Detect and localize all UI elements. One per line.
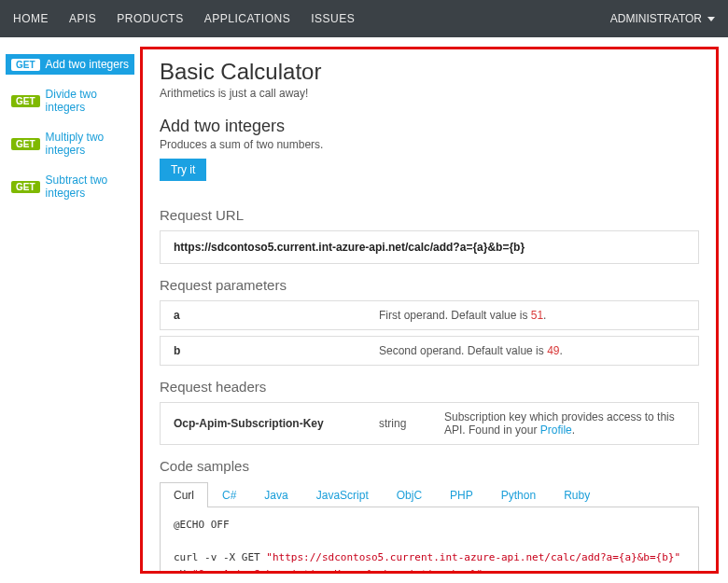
nav-apis[interactable]: APIS: [69, 12, 96, 25]
param-row-b: b Second operand. Default value is 49.: [160, 336, 699, 366]
header-desc: Subscription key which provides access t…: [444, 410, 685, 437]
try-it-button[interactable]: Try it: [160, 159, 206, 181]
sidebar-item-add[interactable]: GET Add two integers: [6, 54, 134, 75]
nav-issues[interactable]: ISSUES: [311, 12, 355, 25]
code-sample-body: @ECHO OFF curl -v -X GET "https://sdcont…: [160, 507, 699, 574]
sidebar-item-label: Multiply two integers: [46, 131, 129, 157]
content-pane: Basic Calculator Arithmetics is just a c…: [140, 47, 719, 574]
section-request-headers: Request headers: [160, 379, 699, 395]
header-name: Ocp-Apim-Subscription-Key: [174, 417, 379, 430]
section-request-params: Request parameters: [160, 277, 699, 293]
param-desc: Second operand. Default value is 49.: [379, 344, 685, 357]
top-nav: HOME APIS PRODUCTS APPLICATIONS ISSUES A…: [0, 0, 728, 37]
header-type: string: [379, 417, 444, 430]
method-badge: GET: [11, 59, 40, 71]
tab-php[interactable]: PHP: [436, 482, 487, 507]
code-tabs: Curl C# Java JavaScript ObjC PHP Python …: [160, 481, 699, 507]
tab-csharp[interactable]: C#: [208, 482, 250, 507]
nav-user-menu[interactable]: ADMINISTRATOR: [610, 12, 715, 25]
method-badge: GET: [11, 138, 40, 150]
param-name: a: [174, 309, 379, 322]
tab-curl[interactable]: Curl: [160, 482, 208, 507]
param-name: b: [174, 344, 379, 357]
sidebar-item-label: Divide two integers: [46, 88, 129, 114]
method-badge: GET: [11, 95, 40, 107]
nav-home[interactable]: HOME: [13, 12, 49, 25]
nav-user-label: ADMINISTRATOR: [610, 12, 702, 25]
sidebar-item-multiply[interactable]: GET Multiply two integers: [6, 127, 134, 160]
param-default-value: 49: [547, 344, 559, 357]
chevron-down-icon: [707, 17, 715, 21]
nav-products[interactable]: PRODUCTS: [117, 12, 183, 25]
request-url-value: https://sdcontoso5.current.int-azure-api…: [160, 230, 699, 264]
method-badge: GET: [11, 181, 40, 193]
page-title: Basic Calculator: [160, 59, 699, 85]
top-nav-left: HOME APIS PRODUCTS APPLICATIONS ISSUES: [13, 12, 355, 25]
sidebar-item-subtract[interactable]: GET Subtract two integers: [6, 170, 134, 203]
tab-objc[interactable]: ObjC: [383, 482, 436, 507]
header-row: Ocp-Apim-Subscription-Key string Subscri…: [160, 402, 699, 445]
sidebar-item-label: Add two integers: [46, 58, 129, 71]
nav-applications[interactable]: APPLICATIONS: [204, 12, 290, 25]
tab-javascript[interactable]: JavaScript: [302, 482, 383, 507]
param-desc: First operand. Default value is 51.: [379, 309, 685, 322]
profile-link[interactable]: Profile: [540, 423, 572, 437]
tab-java[interactable]: Java: [250, 482, 301, 507]
sidebar-item-divide[interactable]: GET Divide two integers: [6, 84, 134, 118]
sidebar-item-label: Subtract two integers: [46, 174, 129, 200]
page-tagline: Arithmetics is just a call away!: [160, 87, 699, 100]
operation-description: Produces a sum of two numbers.: [160, 138, 699, 151]
section-request-url: Request URL: [160, 207, 699, 223]
tab-ruby[interactable]: Ruby: [550, 482, 604, 507]
param-default-value: 51: [531, 309, 543, 322]
param-row-a: a First operand. Default value is 51.: [160, 300, 699, 330]
section-code-samples: Code samples: [160, 458, 699, 474]
tab-python[interactable]: Python: [487, 482, 550, 507]
sidebar: GET Add two integers GET Divide two inte…: [0, 37, 140, 583]
operation-title: Add two integers: [160, 117, 699, 136]
